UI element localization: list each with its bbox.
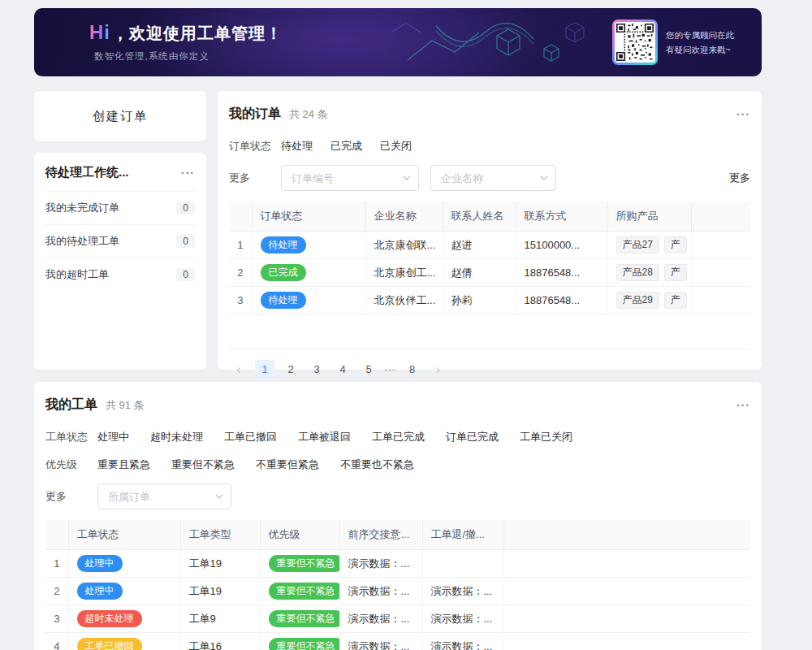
workorders-count: 共 91 条 (106, 398, 145, 413)
table-row[interactable]: 2 处理中 工单19 重要但不紧急 演示数据：... 演示数据：... (45, 578, 750, 605)
banner-subtitle: 数智化管理,系统由你定义 (94, 50, 209, 63)
pagination-page-4[interactable]: 4 (333, 360, 352, 379)
column-header-index (229, 202, 252, 232)
filter-option-important-urgent[interactable]: 重要且紧急 (97, 457, 150, 472)
more-filters-link[interactable]: 更多 (729, 171, 750, 185)
column-header-filler (503, 520, 750, 550)
stat-label: 我的未完成订单 (45, 201, 119, 215)
row-index: 1 (45, 550, 68, 578)
company-cell: 北京伙伴工... (365, 287, 443, 314)
order-status-filter-label: 订单状态 (229, 139, 281, 154)
row-index: 1 (229, 232, 252, 259)
company-cell: 北京康创工... (365, 259, 443, 287)
filter-option-wo-completed[interactable]: 工单已完成 (372, 430, 425, 444)
banner-decoration-graphic (359, 8, 635, 76)
workorder-status-filter-label: 工单状态 (45, 430, 97, 444)
filter-option-not-important-urgent[interactable]: 不重要但紧急 (256, 457, 319, 472)
stat-count-badge: 0 (176, 202, 195, 214)
company-cell: 北京康创联... (365, 232, 443, 259)
stats-card-title: 待处理工作统... (45, 165, 129, 180)
more-menu-icon[interactable]: ··· (736, 108, 750, 121)
orders-count: 共 24 条 (289, 107, 328, 122)
table-row[interactable]: 1 待处理 北京康创联... 赵进 15100000... 产品27产 (229, 232, 750, 259)
column-header-pre-handover: 前序交接意... (339, 520, 422, 550)
banner-title: Hi，欢迎使用工单管理！ (89, 21, 283, 45)
welcome-banner: Hi，欢迎使用工单管理！ 数智化管理,系统由你定义 (34, 8, 762, 76)
stat-item-overtime-workorders[interactable]: 我的超时工单 0 (45, 258, 195, 291)
status-badge: 超时未处理 (77, 610, 142, 627)
contact-name-cell: 孙莉 (443, 287, 516, 314)
priority-badge: 重要但不紧急 (269, 610, 340, 627)
order-id-select-input[interactable] (281, 165, 419, 191)
stat-label: 我的超时工单 (45, 267, 109, 282)
parent-order-select[interactable] (97, 483, 231, 509)
table-row[interactable]: 3 超时未处理 工单9 重要但不紧急 演示数据：... 演示数据：... (45, 605, 750, 633)
pagination-next-button[interactable]: › (429, 360, 448, 379)
parent-order-select-input[interactable] (97, 483, 231, 509)
filter-option-order-completed[interactable]: 订单已完成 (446, 430, 499, 444)
stat-item-unfinished-orders[interactable]: 我的未完成订单 0 (45, 191, 195, 224)
stat-count-badge: 0 (176, 268, 195, 281)
contact-phone-cell: 15100000... (516, 232, 607, 259)
table-row[interactable]: 4 工单已撤回 工单16 重要但不紧急 演示数据：... 演示数据：... (45, 633, 750, 650)
column-header-index (45, 520, 68, 550)
pagination-prev-button[interactable]: ‹ (229, 360, 248, 379)
table-row[interactable]: 3 待处理 北京伙伴工... 孙莉 18876548... 产品29产 (229, 287, 750, 314)
product-tag: 产 (664, 236, 687, 254)
priority-filter-label: 优先级 (45, 457, 97, 472)
column-header-return-withdraw: 工单退/撤... (422, 520, 503, 550)
order-id-select[interactable] (281, 165, 419, 191)
column-header-contact-name: 联系人姓名 (443, 202, 516, 232)
priority-badge: 重要但不紧急 (269, 555, 340, 572)
company-name-select[interactable] (430, 165, 556, 191)
column-header-company: 企业名称 (365, 202, 443, 232)
filter-option-processing[interactable]: 处理中 (97, 430, 129, 444)
workorder-type-cell: 工单9 (180, 605, 260, 633)
filter-option-not-important-not-urgent[interactable]: 不重要也不紧急 (340, 457, 414, 472)
row-index: 4 (45, 633, 68, 650)
banner-welcome-text: ，欢迎使用工单管理！ (112, 24, 283, 42)
status-badge: 工单已撤回 (77, 638, 142, 650)
filter-option-completed[interactable]: 已完成 (330, 139, 362, 154)
filter-option-wo-closed[interactable]: 工单已关闭 (520, 430, 572, 444)
qr-code-pattern (616, 24, 654, 61)
pagination-page-3[interactable]: 3 (307, 360, 326, 379)
orders-table: 订单状态 企业名称 联系人姓名 联系方式 所购产品 1 待处理 北京康创联...… (229, 202, 750, 349)
filter-option-returned[interactable]: 工单被退回 (298, 430, 351, 444)
filter-option-withdrawn[interactable]: 工单已撤回 (224, 430, 277, 444)
company-name-select-input[interactable] (430, 165, 556, 191)
filter-option-pending[interactable]: 待处理 (281, 139, 313, 154)
chevron-down-icon (540, 176, 548, 180)
filter-option-overtime[interactable]: 超时未处理 (150, 430, 203, 444)
filter-option-important-not-urgent[interactable]: 重要但不紧急 (171, 457, 235, 472)
stat-item-pending-workorders[interactable]: 我的待处理工单 0 (45, 224, 195, 258)
more-filters-label: 更多 (45, 489, 97, 504)
products-cell: 产品27产 (607, 232, 691, 259)
pagination-page-1[interactable]: 1 (255, 360, 274, 379)
workorders-card-title: 我的工单 (45, 396, 97, 414)
pagination-page-5[interactable]: 5 (359, 360, 378, 379)
table-row[interactable]: 1 处理中 工单19 重要但不紧急 演示数据：... (45, 550, 750, 578)
products-cell: 产品29产 (607, 287, 691, 314)
column-header-contact-phone: 联系方式 (516, 202, 607, 232)
column-header-workorder-status: 工单状态 (68, 520, 180, 550)
more-filters-label: 更多 (229, 171, 281, 185)
advisor-line-1: 您的专属顾问在此 (666, 28, 747, 42)
create-order-button[interactable]: 创建订单 (34, 91, 206, 141)
status-badge: 处理中 (77, 583, 123, 600)
pagination-page-2[interactable]: 2 (281, 360, 300, 379)
my-orders-card: 我的订单 共 24 条 ··· 订单状态 待处理 已完成 已关闭 更多 更多 订… (218, 91, 762, 370)
priority-badge: 重要但不紧急 (269, 638, 340, 650)
pagination-ellipsis[interactable]: ••• (385, 366, 396, 375)
contact-phone-cell: 18876548... (516, 259, 607, 287)
advisor-text: 您的专属顾问在此 有疑问欢迎来戳~ (666, 28, 747, 58)
more-menu-icon[interactable]: ··· (181, 167, 195, 180)
pagination-page-8[interactable]: 8 (403, 360, 422, 379)
filter-option-closed[interactable]: 已关闭 (380, 139, 412, 154)
workorder-type-cell: 工单19 (180, 550, 260, 578)
table-row[interactable]: 2 已完成 北京康创工... 赵倩 18876548... 产品28产 (229, 259, 750, 287)
return-info-cell: 演示数据：... (422, 605, 503, 633)
more-menu-icon[interactable]: ··· (736, 399, 750, 412)
column-header-workorder-type: 工单类型 (180, 520, 260, 550)
product-tag: 产品28 (616, 264, 659, 281)
